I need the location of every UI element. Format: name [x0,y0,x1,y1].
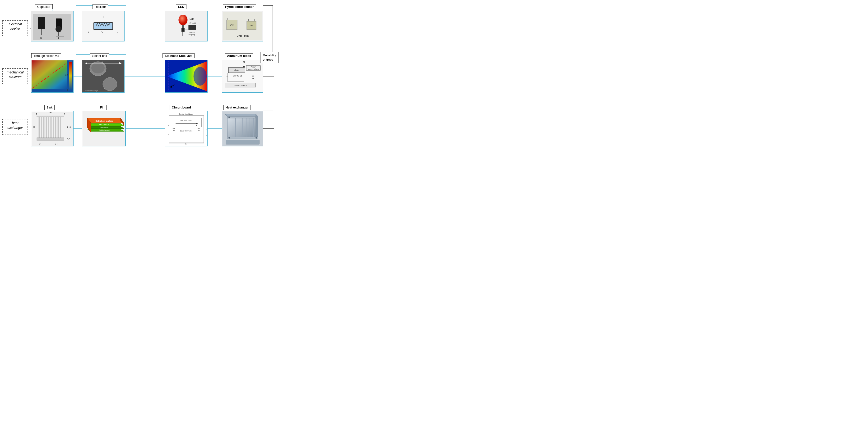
svg-rect-103 [53,116,54,138]
svg-text:0.5: 0.5 [65,74,68,76]
svg-rect-31 [169,13,205,39]
exchanger-image [222,111,263,146]
svg-rect-33 [182,25,184,28]
svg-rect-39 [188,25,196,30]
svg-rect-170 [226,140,259,144]
capacitor-image: B E [31,11,73,41]
svg-text:l_c: l_c [185,143,187,145]
svg-rect-77 [222,60,263,92]
svg-text:-: - [117,31,118,34]
svg-marker-169 [256,114,258,136]
svg-rect-101 [48,116,49,138]
svg-text:dt: dt [252,78,254,80]
pyroelectric-title: Pyroelectric sensor [223,4,256,9]
svg-rect-104 [55,116,56,138]
resistor-image: T + V I - [82,11,124,41]
svg-text:0: 0 [67,89,68,91]
svg-text:W/2: W/2 [197,130,200,131]
svg-text:P_f: P_f [39,143,42,145]
svg-text:1: 1 [67,61,68,64]
led-box: LED Pt1000 Thermal coupling [165,11,208,41]
svg-text:coupling: coupling [188,34,195,36]
svg-text:T: T [102,15,104,18]
svg-text:F: F [258,81,259,84]
category-heat: heatexchanger [2,119,28,135]
svg-rect-56 [69,62,72,90]
tsv-image: 1 0.5 0 [31,60,73,92]
svg-text:Cavity flow region: Cavity flow region [180,130,192,132]
svg-text:y: y [226,76,227,78]
svg-rect-102 [51,116,52,138]
svg-rect-162 [227,116,258,118]
svg-point-73 [193,67,207,85]
svg-text:Printed circuit board: Printed circuit board [179,113,193,115]
stainless-image [165,60,207,92]
solder-box: e Solder ball image [82,60,125,93]
resistor-box: T + V I - [82,11,125,41]
exchanger-box [222,111,263,146]
pyroelectric-box: 3×3 2×2 Unit : mm [222,11,263,41]
svg-text:Pt1000: Pt1000 [190,22,196,24]
fin-box: Detached surface Hot channel Solid wall … [82,111,126,146]
aluminum-box: N slider "tribo" control volume [222,60,263,93]
svg-text:Hot channel: Hot channel [99,124,110,126]
svg-text:B: B [206,135,207,136]
svg-rect-107 [37,138,64,140]
resistor-title: Resistor [93,4,108,9]
solder-image: e Solder ball image [82,60,124,92]
svg-text:e: e [102,61,103,63]
svg-text:slider: slider [234,69,239,72]
svg-text:t_b: t_b [67,138,70,140]
tsv-box: 1 0.5 0 [31,60,73,93]
svg-rect-105 [58,116,59,138]
svg-text:Sold channel: Sold channel [99,129,110,131]
reliability-entropy-label: Reliabilityentropy [260,52,279,63]
svg-text:Detached surface: Detached surface [95,120,113,122]
main-container: electricaldevice mechanicalstructure hea… [0,0,289,149]
sink-box: W H t_b L g P_f t_f [31,111,73,146]
svg-rect-108 [37,116,64,117]
svg-rect-100 [46,116,47,138]
svg-text:L: L [67,126,68,128]
stainless-title: Stainless Steel 304 [162,53,194,58]
svg-text:chip: chip [173,128,175,129]
svg-rect-163 [227,137,258,139]
circuit-box: Printed circuit board Main flow region C… [165,111,208,146]
led-image: LED Pt1000 Thermal coupling [165,11,207,41]
svg-text:dx: dx [252,75,254,77]
svg-text:control volume: control volume [248,68,259,70]
svg-text:I: I [107,31,107,34]
svg-text:Unit : mm: Unit : mm [237,34,249,37]
svg-text:Main flow region: Main flow region [180,119,192,121]
sink-title: Sink [44,105,55,110]
tsv-title: Through silicon via [31,53,61,58]
svg-text:+: + [88,31,89,34]
svg-point-32 [179,15,187,25]
svg-rect-34 [182,28,185,32]
fin-image: Detached surface Hot channel Solid wall … [82,111,125,146]
svg-text:LED: LED [190,18,194,20]
svg-text:W: W [49,111,52,114]
svg-text:V: V [101,31,103,34]
aluminum-image: N slider "tribo" control volume [222,60,263,92]
svg-rect-97 [39,116,40,138]
svg-text:chip: chip [197,128,200,129]
svg-text:N: N [243,61,245,64]
svg-text:"tribo": "tribo" [251,66,255,68]
svg-marker-54 [32,60,67,89]
svg-rect-106 [60,116,61,138]
svg-text:counter surface: counter surface [234,84,247,87]
circuit-image: Printed circuit board Main flow region C… [165,111,207,146]
svg-text:E: E [58,37,60,40]
svg-point-62 [91,63,104,73]
svg-rect-13 [38,17,45,29]
svg-marker-168 [225,114,258,116]
svg-point-164 [228,116,230,118]
svg-rect-98 [41,116,42,138]
svg-point-166 [228,137,230,139]
svg-text:Thermal: Thermal [188,32,195,34]
svg-rect-99 [43,116,44,138]
solder-title: Solder ball [90,53,109,58]
svg-text:Solid wall: Solid wall [100,126,108,128]
capacitor-box: B E [31,11,73,41]
